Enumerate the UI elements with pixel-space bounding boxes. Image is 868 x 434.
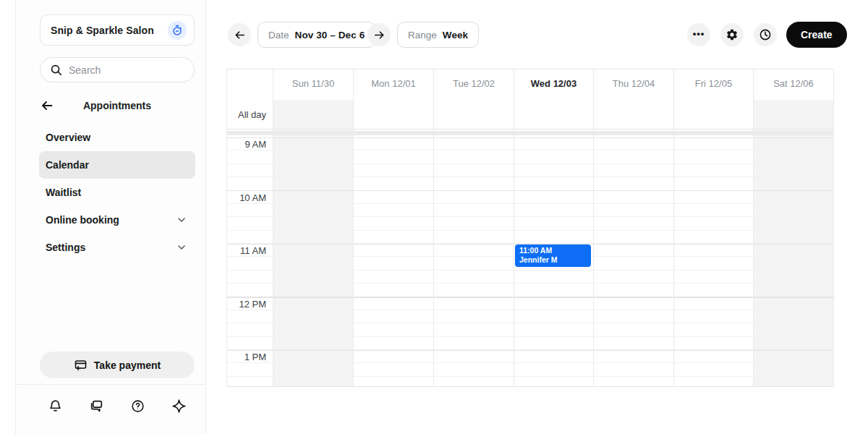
day-header-fri[interactable]: Fri 12/05	[674, 77, 753, 91]
nav-label: Calendar	[46, 159, 187, 171]
clock-history-button[interactable]	[754, 23, 777, 46]
grid-top-border	[226, 69, 833, 69]
chevron-down-icon	[176, 215, 187, 225]
back-arrow-icon[interactable]	[40, 98, 54, 113]
grid-vline	[433, 69, 434, 387]
sidebar-item-overview[interactable]: Overview	[39, 124, 195, 151]
section-title: Appointments	[54, 100, 180, 111]
sidebar-nav: Overview Calendar Waitlist Online bookin…	[39, 124, 195, 261]
create-button[interactable]: Create	[786, 22, 847, 48]
search-box[interactable]	[40, 57, 195, 82]
range-label: Range	[408, 30, 437, 41]
nav-label: Waitlist	[46, 187, 187, 198]
grid-vline	[753, 69, 754, 387]
day-header-sat[interactable]: Sat 12/06	[754, 77, 833, 91]
sidebar-item-calendar[interactable]: Calendar	[39, 151, 195, 179]
more-options-button[interactable]: •••	[687, 23, 710, 46]
range-selector[interactable]: Range Week	[397, 22, 479, 48]
day-header-tue[interactable]: Tue 12/02	[434, 77, 514, 91]
event-start-time: 11:00 AM	[519, 246, 587, 255]
day-header-mon[interactable]: Mon 12/01	[354, 77, 433, 91]
sidebar-item-settings[interactable]: Settings	[39, 234, 195, 261]
nav-label: Online booking	[46, 214, 176, 226]
prev-week-button[interactable]	[228, 23, 251, 46]
chevron-down-icon	[176, 242, 187, 252]
date-selector[interactable]: Date Nov 30 – Dec 6	[258, 22, 375, 48]
timer-badge[interactable]	[168, 21, 187, 40]
appointment-event[interactable]: 11:00 AM Jennifer M	[515, 244, 591, 267]
business-name: Snip & Sparkle Salon	[51, 25, 168, 36]
appointments-section-header: Appointments	[40, 98, 195, 114]
search-icon	[50, 64, 62, 76]
calendar-toolbar: Date Nov 30 – Dec 6 Range Week ••• Creat…	[206, 0, 868, 65]
sidebar: Snip & Sparkle Salon	[16, 0, 206, 434]
sidebar-item-online-booking[interactable]: Online booking	[39, 206, 195, 234]
grid-vline	[273, 69, 273, 387]
ellipsis-icon: •••	[693, 28, 705, 39]
time-label-9am: 9 AM	[226, 139, 266, 150]
grid-vline	[673, 69, 674, 387]
allday-label: All day	[226, 109, 266, 120]
grid-vline	[514, 69, 514, 387]
time-label-10am: 10 AM	[226, 192, 266, 203]
notifications-bell-icon[interactable]	[46, 396, 64, 415]
messages-icon[interactable]	[87, 396, 106, 415]
settings-gear-button[interactable]	[720, 23, 744, 46]
take-payment-label: Take payment	[94, 359, 161, 371]
sidebar-divider	[16, 384, 206, 385]
date-value: Nov 30 – Dec 6	[295, 30, 365, 41]
next-week-button[interactable]	[367, 23, 391, 46]
take-payment-button[interactable]: Take payment	[40, 352, 195, 378]
assistant-sparkle-icon[interactable]	[170, 396, 189, 415]
day-header-thu[interactable]: Thu 12/04	[594, 77, 673, 91]
day-header-wed-today[interactable]: Wed 12/03	[514, 77, 593, 91]
range-value: Week	[443, 30, 468, 41]
allday-row-border	[226, 129, 833, 129]
time-label-12pm: 12 PM	[226, 299, 266, 310]
day-header-sun[interactable]: Sun 11/30	[273, 77, 353, 91]
date-label: Date	[268, 30, 289, 41]
time-label-1pm: 1 PM	[226, 352, 266, 362]
time-label-11am: 11 AM	[226, 245, 266, 256]
allday-scroll-band	[226, 131, 833, 135]
business-switcher[interactable]: Snip & Sparkle Salon	[40, 14, 195, 46]
nav-label: Settings	[46, 242, 176, 253]
search-input[interactable]	[69, 64, 177, 76]
grid-vline	[593, 69, 594, 387]
nav-label: Overview	[46, 132, 187, 143]
sidebar-item-waitlist[interactable]: Waitlist	[39, 179, 195, 206]
grid-vline	[833, 69, 834, 387]
appointments-app: Snip & Sparkle Salon	[0, 0, 868, 434]
help-icon[interactable]	[129, 396, 148, 415]
grid-vline	[353, 69, 354, 387]
sidebar-footer-icons	[40, 396, 195, 415]
timer-icon	[171, 25, 183, 36]
event-client-name: Jennifer M	[519, 255, 587, 265]
card-plus-icon	[74, 358, 88, 372]
